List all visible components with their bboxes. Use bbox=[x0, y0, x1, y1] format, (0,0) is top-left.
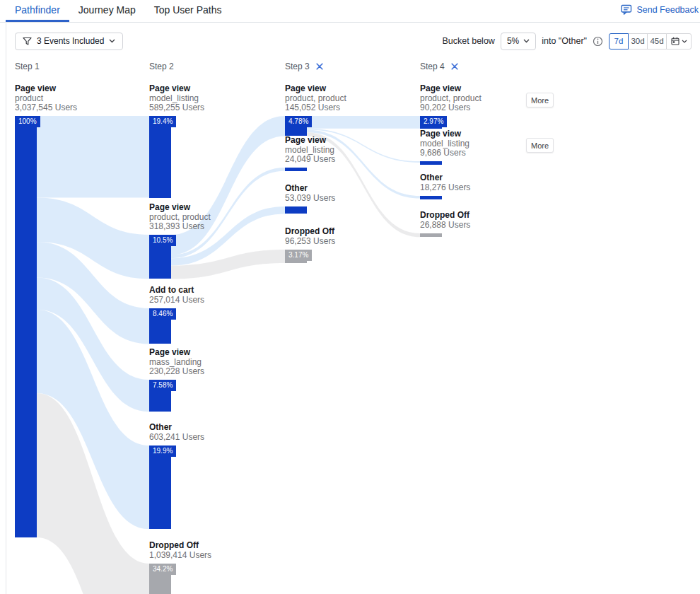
node-title: Page view bbox=[149, 84, 204, 94]
node-percent-badge: 7.58% bbox=[149, 380, 176, 391]
node-label[interactable]: Page viewproduct3,037,545 Users bbox=[15, 84, 77, 117]
node-title: Add to cart bbox=[149, 286, 204, 296]
node-label[interactable]: Page viewmodel_listing9,686 Users bbox=[420, 129, 469, 162]
node-users: 145,052 Users bbox=[285, 103, 346, 113]
step-label: Step 1 bbox=[15, 62, 40, 71]
node-label[interactable]: Dropped Off26,888 Users bbox=[420, 211, 470, 233]
sankey-node-bar[interactable] bbox=[420, 233, 442, 237]
sankey-node-bar[interactable] bbox=[285, 206, 307, 214]
node-users: 26,888 Users bbox=[420, 221, 470, 231]
node-users: 318,393 Users bbox=[149, 222, 211, 232]
node-subtitle: product, product bbox=[420, 93, 482, 103]
node-percent-badge: 3.17% bbox=[285, 250, 312, 261]
node-label[interactable]: Dropped Off96,253 Users bbox=[285, 227, 335, 250]
node-label[interactable]: Other603,241 Users bbox=[149, 423, 204, 446]
sankey-flow bbox=[37, 116, 149, 198]
node-label[interactable]: Dropped Off1,039,414 Users bbox=[149, 541, 211, 564]
node-subtitle: product, product bbox=[149, 212, 211, 222]
node-users: 9,686 Users bbox=[420, 148, 469, 158]
sankey-node-bar[interactable] bbox=[15, 116, 37, 537]
node-title: Dropped Off bbox=[149, 541, 211, 551]
node-label[interactable]: Page viewproduct, product145,052 Users bbox=[285, 84, 346, 117]
sankey-node-bar[interactable] bbox=[285, 168, 307, 171]
node-percent-badge: 100% bbox=[15, 116, 40, 127]
node-subtitle: model_listing bbox=[420, 139, 469, 148]
node-users: 603,241 Users bbox=[149, 433, 204, 443]
node-title: Page view bbox=[420, 129, 469, 139]
node-users: 3,037,545 Users bbox=[15, 103, 77, 113]
node-title: Page view bbox=[149, 348, 204, 358]
node-percent-badge: 10.5% bbox=[149, 235, 176, 246]
pathfinder-sankey: Step 1100%Page viewproduct3,037,545 User… bbox=[0, 0, 700, 594]
node-title: Other bbox=[420, 173, 470, 183]
sankey-node-bar[interactable] bbox=[149, 116, 171, 198]
node-title: Page view bbox=[285, 136, 335, 146]
node-label[interactable]: Other53,039 Users bbox=[285, 184, 335, 206]
node-label[interactable]: Page viewmodel_listing24,049 Users bbox=[285, 136, 335, 168]
node-title: Page view bbox=[15, 84, 77, 94]
node-percent-badge: 2.97% bbox=[420, 116, 447, 127]
step-header: Step 3 bbox=[285, 62, 324, 71]
node-title: Dropped Off bbox=[420, 211, 470, 221]
node-percent-badge: 19.9% bbox=[149, 446, 176, 457]
more-button[interactable]: More bbox=[526, 93, 554, 107]
node-label[interactable]: Page viewmass_landing230,228 Users bbox=[149, 348, 204, 380]
range-label: 7d bbox=[614, 37, 624, 45]
range-7d-button[interactable]: 7d bbox=[609, 33, 629, 50]
node-users: 90,202 Users bbox=[420, 103, 482, 113]
node-label[interactable]: Page viewproduct, product90,202 Users bbox=[420, 84, 482, 117]
close-step-icon[interactable] bbox=[450, 62, 459, 71]
node-users: 18,276 Users bbox=[420, 183, 470, 193]
node-users: 1,039,414 Users bbox=[149, 551, 211, 561]
node-subtitle: product, product bbox=[285, 93, 346, 103]
node-title: Other bbox=[285, 184, 335, 194]
sankey-flow bbox=[307, 116, 420, 129]
node-label[interactable]: Page viewmodel_listing589,255 Users bbox=[149, 84, 204, 117]
step-header: Step 1 bbox=[15, 62, 40, 71]
node-label[interactable]: Other18,276 Users bbox=[420, 173, 470, 196]
node-users: 53,039 Users bbox=[285, 194, 335, 204]
close-step-icon[interactable] bbox=[315, 62, 324, 71]
node-users: 589,255 Users bbox=[149, 103, 204, 113]
node-label[interactable]: Add to cart257,014 Users bbox=[149, 286, 204, 308]
node-subtitle: model_listing bbox=[149, 93, 204, 103]
step-label: Step 2 bbox=[149, 62, 174, 71]
sankey-node-bar[interactable] bbox=[420, 161, 442, 165]
node-title: Dropped Off bbox=[285, 227, 335, 237]
node-subtitle: product bbox=[15, 93, 77, 103]
node-users: 257,014 Users bbox=[149, 296, 204, 305]
node-subtitle: mass_landing bbox=[149, 357, 204, 367]
node-title: Other bbox=[149, 423, 204, 433]
node-label[interactable]: Page viewproduct, product318,393 Users bbox=[149, 203, 211, 235]
step-header: Step 2 bbox=[149, 62, 174, 71]
step-label: Step 4 bbox=[420, 62, 445, 71]
node-percent-badge: 19.4% bbox=[149, 116, 176, 127]
sankey-node-bar[interactable] bbox=[420, 196, 442, 199]
node-percent-badge: 4.78% bbox=[285, 116, 312, 127]
node-users: 230,228 Users bbox=[149, 367, 204, 377]
node-users: 24,049 Users bbox=[285, 155, 335, 165]
node-title: Page view bbox=[149, 203, 211, 213]
sankey-flows bbox=[0, 0, 700, 594]
node-title: Page view bbox=[285, 84, 346, 94]
step-header: Step 4 bbox=[420, 62, 459, 71]
node-subtitle: model_listing bbox=[285, 145, 335, 155]
node-percent-badge: 8.46% bbox=[149, 308, 176, 320]
more-button[interactable]: More bbox=[526, 138, 554, 153]
node-title: Page view bbox=[420, 84, 482, 94]
step-label: Step 3 bbox=[285, 62, 310, 71]
node-percent-badge: 34.2% bbox=[149, 564, 176, 575]
sankey-node-bar[interactable] bbox=[149, 446, 171, 529]
node-users: 96,253 Users bbox=[285, 237, 335, 247]
